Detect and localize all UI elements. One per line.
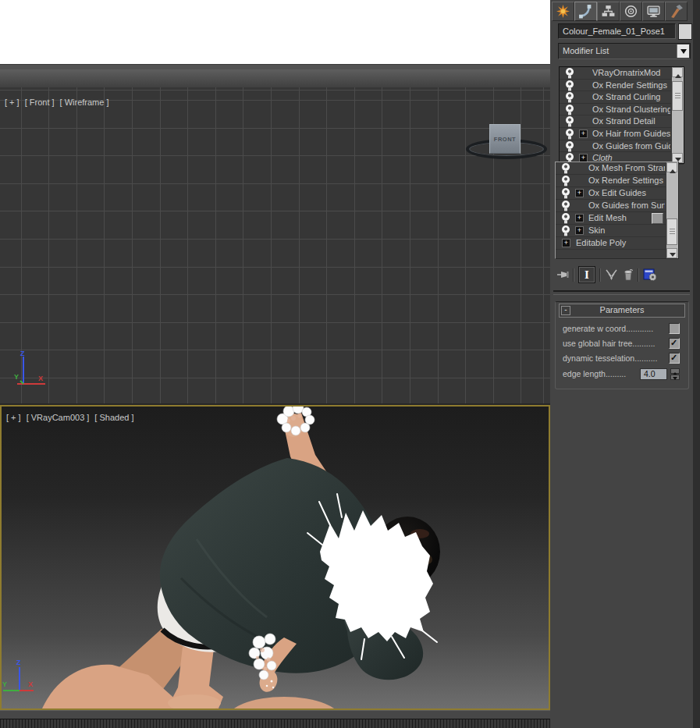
scroll-up-icon[interactable] bbox=[666, 162, 677, 172]
svg-text:X: X bbox=[38, 375, 43, 382]
visibility-bulb-icon[interactable] bbox=[562, 201, 570, 208]
tab-create[interactable] bbox=[552, 2, 574, 21]
visibility-bulb-icon[interactable] bbox=[566, 141, 574, 149]
visibility-bulb-icon[interactable] bbox=[566, 129, 574, 137]
modifier-label: Ox Mesh From Strands bbox=[588, 163, 665, 172]
expand-plus-icon[interactable] bbox=[575, 214, 584, 222]
visibility-bulb-icon[interactable] bbox=[562, 213, 570, 221]
max-window: [ + ] [ Front ] [ Wireframe ] FRONT Z X … bbox=[0, 0, 700, 728]
modifier-row[interactable]: Ox Render Settings bbox=[556, 175, 678, 187]
viewport-front[interactable]: [ + ] [ Front ] [ Wireframe ] FRONT Z X … bbox=[0, 87, 550, 403]
modifier-label: Ox Render Settings bbox=[588, 176, 665, 185]
expand-plus-icon[interactable] bbox=[575, 189, 584, 197]
visibility-bulb-icon[interactable] bbox=[566, 68, 574, 76]
svg-text:Z: Z bbox=[20, 350, 25, 357]
modifier-row[interactable]: Skin bbox=[556, 225, 678, 237]
modifier-row[interactable]: Ox Strand Clustering bbox=[560, 104, 684, 116]
param-dynamic-tesselation: dynamic tesselation.......... bbox=[563, 353, 682, 364]
modifier-list-label: Modifier List bbox=[563, 46, 609, 55]
modifier-row[interactable]: Edit Mesh bbox=[556, 212, 678, 225]
use-global-hair-tree-checkbox[interactable] bbox=[669, 338, 680, 349]
expand-plus-icon[interactable] bbox=[579, 130, 588, 138]
modify-arc-icon bbox=[578, 4, 593, 19]
viewport-menu-shading[interactable]: [ Wireframe ] bbox=[60, 98, 109, 107]
svg-text:Z: Z bbox=[16, 659, 21, 666]
make-unique-button[interactable] bbox=[605, 269, 619, 281]
generate-w-coord-checkbox[interactable] bbox=[669, 323, 680, 334]
modifier-row[interactable]: Ox Render Settings bbox=[560, 80, 684, 92]
viewport-camera[interactable]: [ + ] [ VRayCam003 ] [ Shaded ] Z Y X bbox=[0, 405, 550, 710]
scroll-down-icon[interactable] bbox=[666, 248, 677, 258]
viewport-menu-plus[interactable]: [ + ] bbox=[5, 98, 20, 107]
shaded-scene[interactable] bbox=[2, 407, 549, 708]
visibility-bulb-icon[interactable] bbox=[566, 105, 574, 112]
object-name-field[interactable]: Colour_Female_01_Pose1 bbox=[558, 23, 676, 39]
create-sunburst-icon bbox=[556, 4, 570, 19]
modifier-row[interactable]: Ox Guides from Surface bbox=[556, 200, 678, 212]
motion-wheel-icon bbox=[624, 4, 638, 19]
remove-modifier-button[interactable] bbox=[623, 269, 634, 281]
toolbar-strip bbox=[0, 69, 550, 88]
visibility-bulb-icon[interactable] bbox=[566, 92, 574, 100]
object-color-swatch[interactable] bbox=[678, 23, 692, 40]
tab-motion[interactable] bbox=[620, 2, 642, 21]
viewport-menu-view[interactable]: [ Front ] bbox=[25, 98, 55, 107]
modifier-stack-lower: Ox Mesh From Strands Ox Render Settings … bbox=[555, 162, 679, 259]
visibility-bulb-icon[interactable] bbox=[562, 226, 570, 233]
modifier-label: Ox Strand Clustering bbox=[592, 105, 670, 114]
modifier-row[interactable]: VRayOrnatrixMod bbox=[560, 67, 684, 80]
stack-scrollbar[interactable] bbox=[671, 67, 684, 163]
visibility-bulb-icon[interactable] bbox=[562, 176, 570, 183]
modifier-row[interactable]: Ox Guides from Guides bbox=[560, 140, 684, 153]
modifier-label: Ox Edit Guides bbox=[588, 188, 665, 197]
tab-display[interactable] bbox=[642, 2, 665, 21]
configure-modifier-sets-button[interactable] bbox=[643, 268, 658, 282]
viewcube[interactable]: FRONT bbox=[489, 124, 521, 154]
visibility-bulb-icon[interactable] bbox=[562, 188, 570, 196]
parameters-rollout-header[interactable]: - Parameters bbox=[559, 304, 685, 318]
command-panel-tabs bbox=[552, 2, 688, 21]
pin-stack-button[interactable] bbox=[556, 269, 569, 280]
modifier-label: Ox Strand Detail bbox=[592, 116, 670, 126]
tab-utilities[interactable] bbox=[665, 2, 688, 21]
expand-plus-icon[interactable] bbox=[575, 226, 584, 235]
tab-hierarchy[interactable] bbox=[597, 2, 620, 21]
visibility-bulb-icon[interactable] bbox=[566, 116, 574, 124]
dynamic-tesselation-checkbox[interactable] bbox=[669, 353, 680, 364]
make-unique-icon bbox=[605, 269, 619, 281]
edge-length-spinner[interactable] bbox=[670, 368, 680, 380]
remove-modifier-icon bbox=[623, 269, 634, 281]
viewport-menu-shading[interactable]: [ Shaded ] bbox=[94, 413, 133, 422]
viewport-menu-plus[interactable]: [ + ] bbox=[6, 413, 21, 422]
viewport-menu-view[interactable]: [ VRayCam003 ] bbox=[27, 413, 90, 422]
chevron-down-icon[interactable] bbox=[677, 44, 689, 58]
tab-modify[interactable] bbox=[574, 2, 597, 21]
edit-mesh-color-swatch[interactable] bbox=[652, 213, 663, 224]
modifier-row[interactable]: Ox Edit Guides bbox=[556, 187, 678, 200]
modifier-row[interactable]: Ox Hair from Guides bbox=[560, 128, 684, 140]
modifier-row[interactable]: Editable Poly bbox=[556, 237, 678, 250]
stack-scrollbar[interactable] bbox=[666, 162, 678, 258]
edge-length-input[interactable]: 4.0 bbox=[640, 368, 667, 380]
visibility-bulb-icon[interactable] bbox=[566, 80, 574, 88]
modifier-row[interactable]: Ox Strand Curling bbox=[560, 91, 684, 104]
scrollbar-thumb[interactable] bbox=[666, 218, 677, 245]
modifier-row[interactable]: Ox Mesh From Strands bbox=[556, 162, 678, 175]
timeline-track-bar[interactable] bbox=[0, 719, 550, 728]
viewcube-face-label: FRONT bbox=[494, 136, 516, 143]
modifier-list-dropdown[interactable]: Modifier List bbox=[558, 43, 691, 59]
character-model bbox=[42, 407, 440, 708]
modifier-row[interactable]: Ox Strand Detail bbox=[560, 115, 684, 128]
scroll-up-icon[interactable] bbox=[672, 67, 683, 77]
param-label: generate w coord............ bbox=[563, 323, 653, 334]
expand-plus-icon[interactable] bbox=[562, 239, 570, 247]
modifier-label: Editable Poly bbox=[576, 238, 665, 247]
collapse-icon[interactable]: - bbox=[561, 306, 570, 315]
scrollbar-thumb[interactable] bbox=[672, 81, 683, 111]
visibility-bulb-icon[interactable] bbox=[566, 153, 574, 161]
knee bbox=[226, 697, 342, 708]
visibility-bulb-icon[interactable] bbox=[562, 163, 570, 171]
modifier-label: Ox Guides from Surface bbox=[588, 201, 665, 210]
show-end-result-button[interactable]: I bbox=[578, 266, 595, 283]
viewport-camera-label: [ + ] [ VRayCam003 ] [ Shaded ] bbox=[6, 413, 134, 422]
